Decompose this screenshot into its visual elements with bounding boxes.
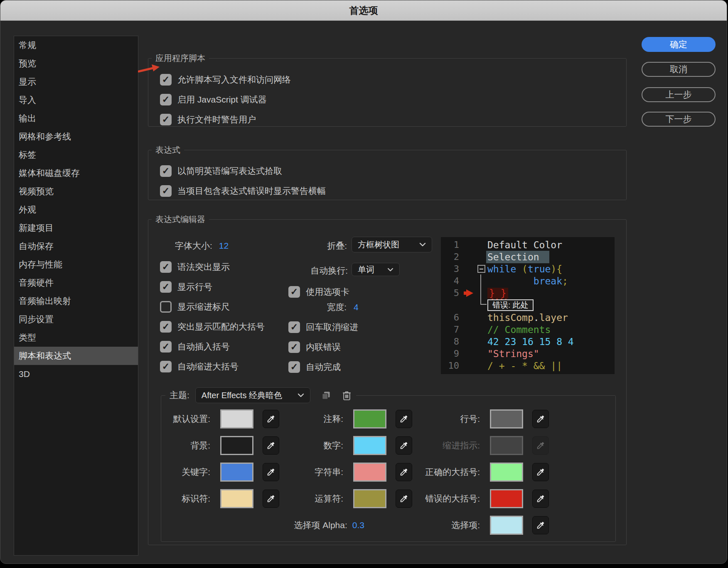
tab-width-value[interactable]: 4 — [354, 302, 359, 312]
checkbox[interactable]: ✓ — [160, 165, 172, 177]
previous-button[interactable]: 上一步 — [642, 87, 716, 102]
gutter — [459, 287, 487, 299]
checkbox-row: ✓使用选项卡 — [288, 284, 358, 300]
color-label: 数字: — [284, 440, 348, 451]
sidebar-item[interactable]: 外观 — [14, 201, 138, 219]
color-label: 关键字: — [167, 466, 215, 478]
color-swatch[interactable] — [490, 409, 523, 428]
code-line: 4 break; — [441, 275, 615, 287]
checkbox-label: 回车取消缩进 — [306, 321, 358, 333]
sidebar-item[interactable]: 脚本和表达式 — [14, 347, 138, 365]
color-swatch[interactable] — [220, 409, 253, 428]
eyedropper-button[interactable] — [396, 436, 412, 455]
checkbox[interactable]: ✓ — [160, 185, 172, 197]
checkbox[interactable]: ✓ — [288, 361, 300, 373]
sidebar-item[interactable]: 媒体和磁盘缓存 — [14, 164, 138, 182]
chevron-down-icon — [298, 393, 304, 397]
eyedropper-button[interactable] — [532, 463, 549, 481]
gutter — [459, 251, 487, 263]
checkbox[interactable]: ✓ — [288, 286, 300, 298]
next-button[interactable]: 下一步 — [642, 112, 716, 127]
checkbox[interactable]: ✓ — [288, 321, 300, 333]
sidebar-item[interactable]: 新建项目 — [14, 219, 138, 237]
checkbox-row: ✓显示行号 — [160, 277, 265, 297]
color-swatch[interactable] — [353, 409, 386, 428]
section-theme: 主题: After Effects 经典暗色 默认设置:注释:行号:背景:数字:… — [161, 387, 616, 542]
checkbox[interactable]: ✓ — [160, 281, 172, 293]
chevron-down-icon — [419, 242, 426, 247]
color-swatch[interactable] — [353, 436, 386, 455]
selection-alpha-value[interactable]: 0.3 — [352, 520, 364, 530]
delete-theme-icon[interactable] — [342, 390, 352, 401]
cancel-button[interactable]: 取消 — [642, 62, 716, 77]
eyedropper-button — [532, 436, 549, 455]
eyedropper-button[interactable] — [396, 490, 412, 508]
checkbox[interactable]: ✓ — [160, 74, 172, 86]
sidebar-item[interactable]: 类型 — [14, 328, 138, 347]
sidebar-item[interactable]: 内存与性能 — [14, 255, 138, 274]
color-label: 注释: — [284, 413, 348, 425]
expressions-options: ✓以简明英语编写表达式拾取✓当项目包含表达式错误时显示警告横幅 — [160, 161, 326, 201]
font-size-value[interactable]: 12 — [219, 241, 229, 251]
color-swatch[interactable] — [220, 436, 253, 455]
color-swatch[interactable] — [220, 489, 253, 508]
gutter — [459, 360, 487, 372]
sidebar-item[interactable]: 同步设置 — [14, 310, 138, 328]
eyedropper-button[interactable] — [532, 516, 549, 534]
code-line: 9"Strings" — [441, 348, 615, 360]
sidebar-item[interactable]: 预览 — [14, 54, 138, 73]
color-swatch[interactable] — [220, 463, 253, 482]
line-number: 7 — [441, 324, 459, 335]
ok-button[interactable]: 确定 — [642, 37, 716, 52]
line-number: 5 — [441, 288, 459, 298]
sidebar-item[interactable]: 自动保存 — [14, 237, 138, 255]
gutter — [459, 263, 487, 275]
color-swatch[interactable] — [490, 489, 523, 508]
app-scripts-options: ✓允许脚本写入文件和访问网络✓启用 JavaScript 调试器✓执行文件时警告… — [160, 70, 291, 130]
dialog-buttons: 确定 取消 上一步 下一步 — [642, 37, 716, 127]
word-wrap-dropdown[interactable]: 单词 — [352, 263, 400, 276]
fold-collapse-icon[interactable] — [477, 265, 485, 273]
checkbox[interactable] — [160, 301, 172, 313]
editor-right-options: ✓使用选项卡✓回车取消缩进✓内联错误✓自动完成 — [288, 284, 358, 375]
checkbox[interactable]: ✓ — [160, 361, 172, 372]
color-swatch[interactable] — [353, 489, 386, 508]
color-swatch[interactable] — [490, 463, 523, 482]
color-swatch[interactable] — [490, 516, 523, 535]
sidebar-item[interactable]: 导入 — [14, 91, 138, 109]
sidebar-item[interactable]: 音频输出映射 — [14, 292, 138, 310]
eyedropper-button[interactable] — [263, 490, 279, 508]
checkbox-label: 当项目包含表达式错误时显示警告横幅 — [177, 185, 326, 197]
sidebar-item[interactable]: 视频预览 — [14, 182, 138, 201]
checkbox[interactable]: ✓ — [160, 341, 172, 353]
sidebar-item[interactable]: 常规 — [14, 36, 138, 54]
color-swatch[interactable] — [353, 463, 386, 482]
eyedropper-button[interactable] — [263, 410, 279, 428]
folding-dropdown[interactable]: 方框树状图 — [352, 237, 432, 252]
eyedropper-button[interactable] — [396, 463, 412, 481]
gutter — [459, 239, 487, 251]
eyedropper-button[interactable] — [263, 436, 279, 455]
sidebar-item[interactable]: 网格和参考线 — [14, 127, 138, 146]
eyedropper-button[interactable] — [396, 410, 412, 428]
checkbox[interactable]: ✓ — [160, 94, 172, 105]
checkbox[interactable]: ✓ — [160, 261, 172, 273]
gutter — [459, 348, 487, 360]
sidebar-item[interactable]: 显示 — [14, 73, 138, 91]
eyedropper-button[interactable] — [532, 410, 549, 428]
checkbox[interactable]: ✓ — [160, 114, 172, 125]
duplicate-theme-icon[interactable] — [320, 390, 332, 401]
eyedropper-button[interactable] — [263, 463, 279, 481]
folding-label: 折叠: — [298, 240, 347, 252]
theme-dropdown[interactable]: After Effects 经典暗色 — [195, 387, 310, 403]
sidebar-item[interactable]: 标签 — [14, 146, 138, 164]
section-legend-app-scripts: 应用程序脚本 — [152, 53, 209, 64]
checkbox-label: 内联错误 — [306, 341, 341, 353]
sidebar-item[interactable]: 输出 — [14, 109, 138, 127]
sidebar-item[interactable]: 3D — [14, 365, 138, 383]
checkbox-row: ✓当项目包含表达式错误时显示警告横幅 — [160, 181, 326, 201]
eyedropper-button[interactable] — [532, 490, 549, 508]
checkbox[interactable]: ✓ — [288, 341, 300, 353]
checkbox[interactable]: ✓ — [160, 321, 172, 333]
sidebar-item[interactable]: 音频硬件 — [14, 274, 138, 292]
